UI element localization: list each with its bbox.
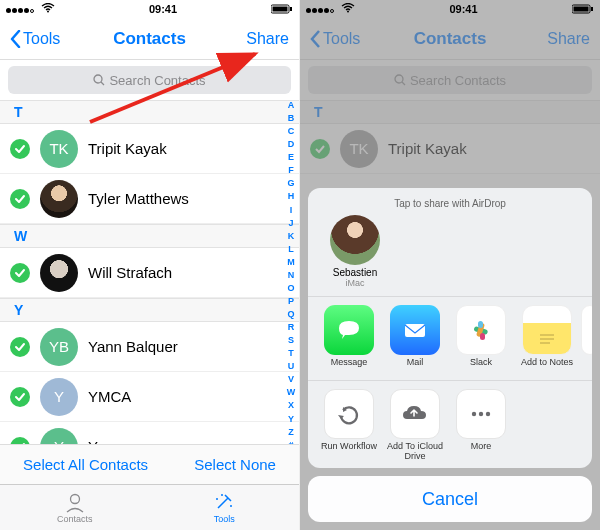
contact-name: YMCA — [88, 388, 131, 405]
svg-point-7 — [216, 498, 218, 500]
svg-line-5 — [101, 82, 104, 85]
contact-row[interactable]: Tyler Matthews — [0, 174, 299, 224]
back-button[interactable]: Tools — [10, 30, 74, 48]
share-actions-row: Run Workflow Add To iCloud Drive More — [308, 389, 592, 462]
airdrop-prompt: Tap to share with AirDrop — [308, 198, 592, 209]
avatar: YB — [40, 328, 78, 366]
share-app-message[interactable]: Message — [316, 305, 382, 378]
nav-title: Contacts — [113, 29, 186, 49]
workflow-icon — [324, 389, 374, 439]
battery-icon — [271, 4, 293, 14]
checkmark-icon[interactable] — [10, 189, 30, 209]
selection-actions: Select All Contacts Select None — [0, 444, 299, 484]
contact-row[interactable]: TK Tripit Kayak — [0, 124, 299, 174]
checkmark-icon[interactable] — [10, 139, 30, 159]
avatar: TK — [40, 130, 78, 168]
svg-rect-2 — [272, 7, 287, 12]
contact-name: Yann Balquer — [88, 338, 178, 355]
svg-point-25 — [472, 412, 476, 416]
avatar — [40, 254, 78, 292]
tab-bar: Contacts Tools — [0, 484, 299, 530]
action-run-workflow[interactable]: Run Workflow — [316, 389, 382, 462]
svg-point-0 — [47, 11, 49, 13]
message-icon — [324, 305, 374, 355]
svg-rect-21 — [480, 333, 485, 340]
contact-row[interactable]: Y YMCA — [0, 372, 299, 422]
share-button[interactable]: Share — [225, 30, 289, 48]
tab-tools[interactable]: Tools — [150, 485, 300, 530]
svg-rect-17 — [405, 324, 425, 337]
contact-row[interactable]: YB Yann Balquer — [0, 322, 299, 372]
avatar: Y — [40, 378, 78, 416]
select-none-button[interactable]: Select None — [194, 456, 276, 473]
svg-rect-20 — [478, 321, 483, 328]
contact-name: Tripit Kayak — [88, 140, 167, 157]
airdrop-target[interactable]: Sebastien iMac — [322, 215, 388, 288]
svg-point-8 — [221, 494, 223, 496]
svg-point-4 — [94, 75, 102, 83]
search-icon — [93, 74, 105, 86]
share-app-notes[interactable]: Add to Notes — [514, 305, 580, 378]
contact-name: Will Strafach — [88, 264, 172, 281]
share-apps-row: Message Mail Slack Add to Notes — [308, 305, 592, 378]
checkmark-icon[interactable] — [10, 387, 30, 407]
search-input[interactable]: Search Contacts — [8, 66, 291, 94]
tools-icon — [213, 491, 235, 513]
alpha-index[interactable]: ABCDEFGHIJKLMNOPQRSTUVWXYZ# — [285, 100, 297, 450]
icloud-icon — [390, 389, 440, 439]
section-header-t: T — [0, 100, 299, 124]
avatar — [40, 180, 78, 218]
section-header-w: W — [0, 224, 299, 248]
contact-row[interactable]: Will Strafach — [0, 248, 299, 298]
action-icloud-drive[interactable]: Add To iCloud Drive — [382, 389, 448, 462]
share-app-mail[interactable]: Mail — [382, 305, 448, 378]
phone-left: 09:41 Tools Contacts Share Search Contac… — [0, 0, 300, 530]
svg-point-27 — [486, 412, 490, 416]
signal-dots — [6, 3, 55, 15]
svg-point-9 — [230, 505, 232, 507]
contact-name: Tyler Matthews — [88, 190, 189, 207]
svg-point-6 — [70, 495, 79, 504]
cancel-button[interactable]: Cancel — [308, 476, 592, 522]
share-sheet: Tap to share with AirDrop Sebastien iMac… — [308, 188, 592, 522]
checkmark-icon[interactable] — [10, 337, 30, 357]
avatar — [330, 215, 380, 265]
svg-rect-3 — [290, 7, 292, 11]
select-all-button[interactable]: Select All Contacts — [23, 456, 148, 473]
notes-icon — [522, 305, 572, 355]
checkmark-icon[interactable] — [10, 263, 30, 283]
status-bar: 09:41 — [0, 0, 299, 18]
phone-right: 09:41 Tools Contacts Share Search Contac… — [300, 0, 600, 530]
action-more[interactable]: More — [448, 389, 514, 462]
mail-icon — [390, 305, 440, 355]
svg-point-26 — [479, 412, 483, 416]
nav-bar: Tools Contacts Share — [0, 18, 299, 60]
share-app-slack[interactable]: Slack — [448, 305, 514, 378]
tab-contacts[interactable]: Contacts — [0, 485, 150, 530]
section-header-y: Y — [0, 298, 299, 322]
contacts-icon — [64, 491, 86, 513]
status-time: 09:41 — [149, 3, 177, 15]
slack-icon — [456, 305, 506, 355]
more-icon — [456, 389, 506, 439]
